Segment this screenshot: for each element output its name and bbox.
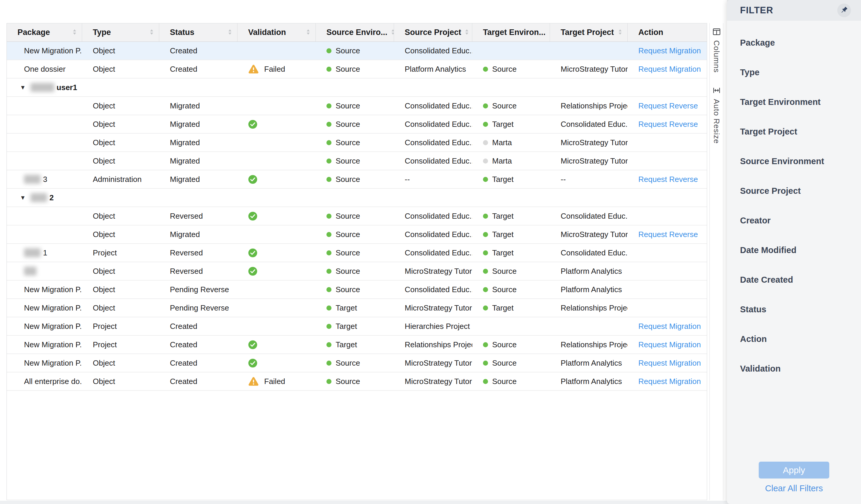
auto-resize-icon bbox=[712, 86, 721, 96]
table-row[interactable]: ObjectReversed SourceConsolidated Educ..… bbox=[7, 207, 707, 225]
table-row[interactable]: New Migration P...ProjectCreatedTargetHi… bbox=[7, 317, 707, 336]
apply-button[interactable]: Apply bbox=[759, 462, 829, 478]
column-header-source-environment[interactable]: Source Enviro... bbox=[316, 24, 394, 41]
table-row[interactable]: New Migration P...ProjectCreated TargetR… bbox=[7, 336, 707, 354]
cell-source-environment: Source bbox=[316, 244, 394, 262]
source-environment-dot bbox=[326, 269, 331, 274]
collapse-caret-icon[interactable]: ▼ bbox=[20, 194, 26, 201]
package-name: One dossier bbox=[24, 65, 66, 74]
request-reverse-link[interactable]: Request Reverse bbox=[638, 230, 698, 239]
column-header-label: Status bbox=[170, 28, 194, 37]
cell-type: Object bbox=[82, 60, 159, 78]
cell-action bbox=[628, 281, 707, 298]
request-migration-link[interactable]: Request Migration bbox=[638, 340, 701, 349]
target-environment-dot bbox=[483, 306, 488, 310]
columns-tab[interactable]: Columns bbox=[712, 27, 721, 73]
column-header-package[interactable]: Package bbox=[7, 24, 82, 41]
request-reverse-link[interactable]: Request Reverse bbox=[638, 120, 698, 129]
cell-source-environment: Source bbox=[316, 42, 394, 59]
filter-item-source-environment[interactable]: Source Environment bbox=[740, 156, 848, 186]
cell-target-environment: Target bbox=[472, 225, 550, 243]
request-migration-link[interactable]: Request Migration bbox=[638, 377, 701, 386]
column-header-action[interactable]: Action bbox=[628, 24, 707, 41]
filter-item-status[interactable]: Status bbox=[740, 305, 848, 334]
target-environment-dot bbox=[483, 361, 488, 366]
filter-item-action[interactable]: Action bbox=[740, 334, 848, 364]
pin-button[interactable] bbox=[837, 3, 851, 17]
request-reverse-link[interactable]: Request Reverse bbox=[638, 175, 698, 184]
sort-icon[interactable] bbox=[618, 28, 623, 37]
column-header-target-project[interactable]: Target Project bbox=[550, 24, 628, 41]
sort-icon[interactable] bbox=[391, 28, 394, 37]
target-environment-dot bbox=[483, 140, 488, 145]
cell-package: New Migration P... bbox=[7, 336, 82, 353]
clear-all-filters-link[interactable]: Clear All Filters bbox=[727, 484, 861, 493]
sort-icon[interactable] bbox=[306, 28, 311, 37]
table-row[interactable]: New Migration P...ObjectCreatedSourceCon… bbox=[7, 42, 707, 60]
table-row[interactable]: ObjectMigratedSourceConsolidated Educ...… bbox=[7, 152, 707, 170]
request-migration-link[interactable]: Request Migration bbox=[638, 359, 701, 368]
filter-item-target-environment[interactable]: Target Environment bbox=[740, 97, 848, 127]
table-row[interactable]: ObjectMigratedSourceConsolidated Educ...… bbox=[7, 97, 707, 115]
cell-type: Project bbox=[82, 244, 159, 262]
collapse-caret-icon[interactable]: ▼ bbox=[20, 84, 26, 91]
target-environment-dot bbox=[483, 103, 488, 109]
filter-item-source-project[interactable]: Source Project bbox=[740, 186, 848, 216]
filter-item-target-project[interactable]: Target Project bbox=[740, 127, 848, 156]
auto-resize-tab-label: Auto Resize bbox=[712, 99, 721, 144]
column-header-status[interactable]: Status bbox=[159, 24, 237, 41]
cell-action bbox=[628, 244, 707, 262]
cell-target-project: Relationships Project bbox=[550, 336, 628, 353]
source-environment-label: Source bbox=[336, 285, 360, 294]
table-row[interactable]: ObjectMigrated SourceConsolidated Educ..… bbox=[7, 115, 707, 134]
table-row[interactable]: 1ProjectReversed SourceConsolidated Educ… bbox=[7, 244, 707, 262]
filter-item-validation[interactable]: Validation bbox=[740, 364, 848, 393]
table-row[interactable]: One dossierObjectCreated FailedSourcePla… bbox=[7, 60, 707, 79]
sort-icon[interactable] bbox=[464, 28, 469, 37]
table-row[interactable]: ObjectReversed SourceMicroStrategy Tutor… bbox=[7, 262, 707, 281]
request-migration-link[interactable]: Request Migration bbox=[638, 65, 701, 74]
cell-status: Created bbox=[159, 60, 237, 78]
request-migration-link[interactable]: Request Migration bbox=[638, 46, 701, 55]
group-row[interactable]: ▼2 bbox=[7, 189, 707, 207]
table-row[interactable]: New Migration P...ObjectPending ReverseT… bbox=[7, 299, 707, 317]
source-environment-label: Target bbox=[336, 304, 357, 312]
filter-item-date-modified[interactable]: Date Modified bbox=[740, 245, 848, 275]
group-row[interactable]: ▼user1 bbox=[7, 79, 707, 97]
cell-target-project: Platform Analytics bbox=[550, 262, 628, 280]
column-header-source-project[interactable]: Source Project bbox=[394, 24, 472, 41]
filter-item-creator[interactable]: Creator bbox=[740, 216, 848, 245]
table-row[interactable]: ObjectMigratedSourceConsolidated Educ...… bbox=[7, 134, 707, 152]
source-environment-dot bbox=[326, 306, 331, 310]
filter-item-date-created[interactable]: Date Created bbox=[740, 275, 848, 305]
column-header-validation[interactable]: Validation bbox=[237, 24, 316, 41]
cell-target-environment: Marta bbox=[472, 134, 550, 151]
cell-type: Project bbox=[82, 317, 159, 335]
table-row[interactable]: ObjectMigratedSourceConsolidated Educ...… bbox=[7, 225, 707, 244]
table-row[interactable]: New Migration P...ObjectPending ReverseS… bbox=[7, 281, 707, 299]
cell-target-environment bbox=[472, 42, 550, 59]
cell-source-environment: Source bbox=[316, 225, 394, 243]
table-row[interactable]: All enterprise do...ObjectCreated Failed… bbox=[7, 373, 707, 391]
filter-items-list: PackageTypeTarget EnvironmentTarget Proj… bbox=[727, 21, 861, 393]
cell-validation bbox=[237, 134, 316, 151]
column-header-type[interactable]: Type bbox=[82, 24, 159, 41]
request-reverse-link[interactable]: Request Reverse bbox=[638, 101, 698, 111]
sort-icon[interactable] bbox=[149, 28, 154, 37]
table-side-toolbar: Columns Auto Resize bbox=[710, 23, 723, 500]
table-row[interactable]: 3AdministrationMigrated Source--Target--… bbox=[7, 170, 707, 189]
sort-icon[interactable] bbox=[228, 28, 232, 37]
filter-item-package[interactable]: Package bbox=[740, 38, 848, 68]
cell-status: Created bbox=[159, 42, 237, 59]
cell-target-project bbox=[550, 317, 628, 335]
source-environment-dot bbox=[326, 158, 331, 164]
request-migration-link[interactable]: Request Migration bbox=[638, 322, 701, 331]
table-row[interactable]: New Migration P...ObjectCreated SourceMi… bbox=[7, 354, 707, 373]
cell-type: Object bbox=[82, 115, 159, 133]
sort-icon[interactable] bbox=[72, 28, 77, 37]
auto-resize-tab[interactable]: Auto Resize bbox=[712, 86, 721, 144]
source-environment-dot bbox=[326, 214, 331, 219]
cell-target-environment: Source bbox=[472, 373, 550, 390]
column-header-target-environment[interactable]: Target Environ... bbox=[472, 24, 550, 41]
filter-item-type[interactable]: Type bbox=[740, 68, 848, 97]
